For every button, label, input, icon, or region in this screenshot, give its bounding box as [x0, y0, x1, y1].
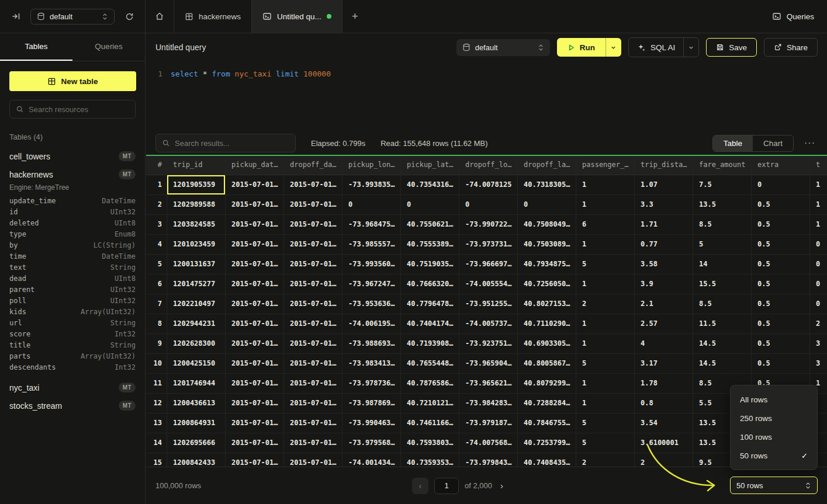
table-cell[interactable]: 40.7288284…: [518, 394, 576, 413]
table-cell[interactable]: 1200436613: [167, 394, 226, 413]
table-cell[interactable]: 40.6903305…: [518, 334, 576, 354]
column-header[interactable]: pickup_lon…: [342, 156, 401, 175]
table-cell[interactable]: 1: [576, 374, 635, 394]
row-index[interactable]: 9: [146, 334, 167, 354]
table-cell[interactable]: 2015-07-01…: [226, 255, 284, 274]
table-cell[interactable]: -74.005737…: [459, 314, 518, 334]
table-cell[interactable]: 3: [810, 334, 827, 354]
column-header[interactable]: extra: [752, 156, 810, 175]
table-cell[interactable]: 1200864931: [167, 413, 226, 433]
table-cell[interactable]: 1201746944: [167, 374, 226, 394]
table-cell[interactable]: 1: [810, 215, 827, 235]
schema-column[interactable]: textString: [0, 262, 145, 273]
table-cell[interactable]: 40.8027153…: [518, 294, 576, 314]
resource-search-input[interactable]: [29, 105, 129, 114]
table-cell[interactable]: 11.5: [693, 314, 752, 334]
save-button[interactable]: Save: [706, 38, 757, 57]
results-search-input[interactable]: [175, 139, 289, 148]
table-cell[interactable]: 0: [752, 175, 810, 195]
table-cell[interactable]: 2015-07-01…: [284, 314, 342, 334]
table-cell[interactable]: -73.990463…: [342, 413, 401, 433]
table-cell[interactable]: 40.7876586…: [401, 374, 459, 394]
table-cell[interactable]: 0.5: [752, 215, 810, 235]
table-cell[interactable]: 1202695666: [167, 433, 226, 453]
table-cell[interactable]: 40.7256050…: [518, 274, 576, 294]
table-cell[interactable]: 1: [810, 175, 827, 195]
table-cell[interactable]: 14.5: [693, 354, 752, 374]
pagesize-option[interactable]: 250 rows: [731, 409, 817, 427]
table-cell[interactable]: -73.979568…: [342, 433, 401, 453]
table-cell[interactable]: -73.990722…: [459, 215, 518, 235]
table-cell[interactable]: -74.001434…: [342, 453, 401, 467]
row-index[interactable]: 2: [146, 195, 167, 215]
schema-column[interactable]: pollUInt32: [0, 295, 145, 306]
sqlai-button[interactable]: SQL AI: [629, 38, 683, 57]
table-cell[interactable]: 5: [576, 354, 635, 374]
row-index[interactable]: 5: [146, 255, 167, 274]
next-page-button[interactable]: ›: [498, 481, 506, 491]
table-cell[interactable]: 40.7193908…: [401, 334, 459, 354]
table-cell[interactable]: -73.979187…: [459, 413, 518, 433]
pagesize-option[interactable]: 100 rows: [731, 427, 817, 446]
table-cell[interactable]: 2015-07-01…: [284, 354, 342, 374]
table-cell[interactable]: 2015-07-01…: [226, 334, 284, 354]
table-cell[interactable]: 40.7110290…: [518, 314, 576, 334]
sidebar-tab-tables[interactable]: Tables: [0, 33, 72, 61]
table-cell[interactable]: 2015-07-01…: [226, 274, 284, 294]
schema-column[interactable]: titleString: [0, 339, 145, 350]
table-cell[interactable]: 3: [810, 354, 827, 374]
table-cell[interactable]: 0: [459, 195, 518, 215]
table-cell[interactable]: 2015-07-01…: [226, 394, 284, 413]
table-cell[interactable]: 40.7503089…: [518, 235, 576, 255]
table-cell[interactable]: 2015-07-01…: [226, 314, 284, 334]
queries-button[interactable]: Queries: [772, 12, 814, 21]
schema-column[interactable]: scoreInt32: [0, 328, 145, 339]
column-header[interactable]: t: [810, 156, 827, 175]
table-cell[interactable]: 2015-07-01…: [284, 255, 342, 274]
table-cell[interactable]: 1.78: [635, 374, 693, 394]
table-cell[interactable]: 1: [576, 175, 635, 195]
table-cell[interactable]: -73.993835…: [342, 175, 401, 195]
table-cell[interactable]: 1: [576, 274, 635, 294]
row-index[interactable]: 10: [146, 354, 167, 374]
column-header[interactable]: trip_dista…: [635, 156, 693, 175]
query-database-selector[interactable]: default: [456, 39, 550, 56]
table-cell[interactable]: 1200842433: [167, 453, 226, 467]
pagesize-select[interactable]: 50 rows: [730, 477, 818, 494]
table-cell[interactable]: 0: [810, 294, 827, 314]
table-cell[interactable]: 1: [576, 314, 635, 334]
column-header[interactable]: dropoff_la…: [518, 156, 576, 175]
schema-column[interactable]: deadUInt8: [0, 273, 145, 284]
sidebar-item-stocks-stream[interactable]: stocks_stream MT: [0, 397, 145, 415]
table-cell[interactable]: 1200425150: [167, 354, 226, 374]
table-cell[interactable]: 8.5: [693, 215, 752, 235]
table-cell[interactable]: 0: [810, 255, 827, 274]
table-cell[interactable]: 4: [635, 334, 693, 354]
table-cell[interactable]: 40.7408435…: [518, 453, 576, 467]
tab-home[interactable]: [146, 0, 174, 33]
table-cell[interactable]: 2015-07-01…: [284, 453, 342, 467]
tab-hackernews[interactable]: hackernews: [174, 0, 252, 33]
schema-column[interactable]: deletedUInt8: [0, 217, 145, 228]
sidebar-item-nyc-taxi[interactable]: nyc_taxi MT: [0, 378, 145, 397]
sqlai-options-caret[interactable]: [683, 38, 698, 57]
table-cell[interactable]: 5: [576, 255, 635, 274]
table-cell[interactable]: 1.07: [635, 175, 693, 195]
schema-column[interactable]: kidsArray(UInt32): [0, 306, 145, 317]
table-cell[interactable]: -73.953636…: [342, 294, 401, 314]
table-cell[interactable]: -73.923751…: [459, 334, 518, 354]
table-cell[interactable]: 1: [576, 394, 635, 413]
table-cell[interactable]: 5: [693, 235, 752, 255]
table-cell[interactable]: 2015-07-01…: [284, 374, 342, 394]
table-cell[interactable]: 1202210497: [167, 294, 226, 314]
table-cell[interactable]: -73.988693…: [342, 334, 401, 354]
table-cell[interactable]: 40.7666320…: [401, 274, 459, 294]
sidebar-collapse-icon[interactable]: [8, 9, 23, 24]
table-cell[interactable]: -73.985557…: [342, 235, 401, 255]
table-cell[interactable]: 40.7354316…: [401, 175, 459, 195]
table-cell[interactable]: -73.968475…: [342, 215, 401, 235]
table-cell[interactable]: 1201905359: [167, 175, 226, 195]
table-cell[interactable]: -73.965904…: [459, 354, 518, 374]
table-cell[interactable]: 2015-07-01…: [284, 235, 342, 255]
column-header[interactable]: passenger_…: [576, 156, 635, 175]
